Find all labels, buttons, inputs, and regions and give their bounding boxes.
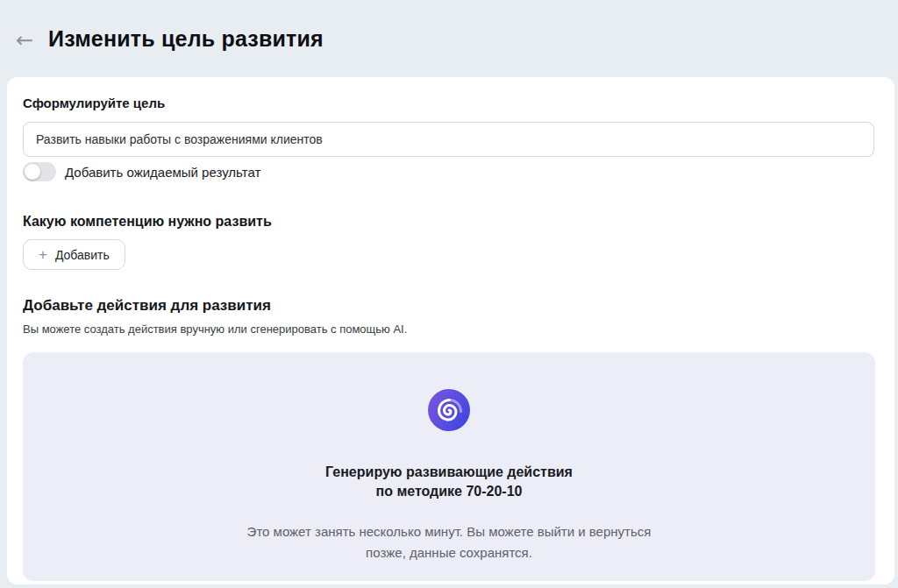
generation-note-line1: Это может занять несколько минут. Вы мож… [23,521,875,542]
add-competency-button[interactable]: + Добавить [23,239,125,270]
goal-label: Сформулируйте цель [23,96,165,110]
actions-label: Добавьте действия для развития [23,297,271,315]
page-title: Изменить цель развития [48,26,324,52]
competency-label: Какую компетенцию нужно развить [23,214,272,230]
generation-panel: Генерирую развивающие действия по методи… [23,352,875,581]
back-arrow-icon[interactable]: ← [11,26,39,54]
generation-title-line1: Генерирую развивающие действия [23,463,875,482]
toggle-label: Добавить ожидаемый результат [65,165,260,180]
plus-icon: + [39,247,47,262]
header: ← Изменить цель развития [0,0,898,77]
expected-result-toggle[interactable] [23,162,56,181]
toggle-knob [25,164,40,180]
generation-note-line2: позже, данные сохранятся. [23,542,875,563]
add-button-label: Добавить [55,248,110,262]
actions-hint: Вы можете создать действия вручную или с… [23,322,407,336]
spinner-icon [23,389,875,431]
form-card: Сформулируйте цель Добавить ожидаемый ре… [7,77,894,584]
generation-title-line2: по методике 70-20-10 [23,482,875,501]
goal-input[interactable] [23,122,874,157]
expected-result-toggle-row[interactable]: Добавить ожидаемый результат [23,161,260,182]
